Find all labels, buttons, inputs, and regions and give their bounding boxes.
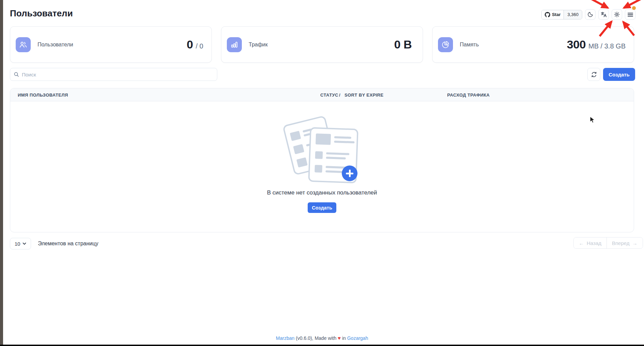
stat-suffix: / 0 xyxy=(196,42,203,50)
stat-suffix: MB / 3.8 GB xyxy=(588,42,626,50)
page-size-value: 10 xyxy=(15,241,20,247)
stat-card-traffic: Трафик 0 B xyxy=(221,26,423,63)
column-sort-by-expire[interactable]: SORT BY EXPIRE xyxy=(345,92,383,98)
left-arrow-icon: ← xyxy=(579,240,584,246)
right-arrow-icon: → xyxy=(632,240,638,246)
search-input[interactable] xyxy=(22,72,214,77)
prev-label: Назад xyxy=(587,240,601,246)
github-star-count[interactable]: 3,360 xyxy=(564,10,582,19)
page-size-label: Элементов на страницу xyxy=(38,241,98,247)
stat-value: 300 xyxy=(567,38,586,51)
pagination-controls: ← Назад Вперед → xyxy=(573,237,643,249)
empty-state-message: В системе нет созданных пользователей xyxy=(10,189,634,196)
column-separator: / xyxy=(339,92,340,98)
github-icon xyxy=(545,12,550,17)
empty-state-illustration xyxy=(288,119,360,185)
search-box xyxy=(10,68,217,81)
refresh-icon xyxy=(591,72,597,77)
cursor-icon xyxy=(589,116,596,124)
bottom-edge-bar xyxy=(0,345,644,346)
github-star-label: Star xyxy=(552,12,560,17)
stat-label: Пользователи xyxy=(38,42,73,48)
menu-button[interactable] xyxy=(625,9,635,20)
table-header-row: ИМЯ ПОЛЬЗОВАТЕЛЯ СТАТУС / SORT BY EXPIRE… xyxy=(10,88,634,101)
stat-value: 0 B xyxy=(394,38,412,51)
stat-cards: Пользователи 0/ 0 Трафик 0 B Память 300M… xyxy=(10,26,634,63)
menu-icon xyxy=(627,12,633,18)
prev-page-button[interactable]: ← Назад xyxy=(574,237,606,248)
marzban-users-page: Пользователи Star 3,360 Пользов xyxy=(0,0,644,346)
empty-state-create-button[interactable]: Создать xyxy=(308,202,336,213)
github-star-button[interactable]: Star xyxy=(542,10,564,19)
stat-value: 0 xyxy=(187,38,193,51)
chevron-down-icon xyxy=(23,242,26,245)
column-status[interactable]: СТАТУС xyxy=(320,92,338,98)
plus-icon xyxy=(342,165,357,181)
stat-label: Трафик xyxy=(249,42,268,48)
footer-org-link[interactable]: Gozargah xyxy=(347,335,368,341)
window-edge-strip xyxy=(0,0,3,346)
column-username[interactable]: ИМЯ ПОЛЬЗОВАТЕЛЯ xyxy=(18,92,68,98)
search-icon xyxy=(14,72,19,77)
settings-button[interactable] xyxy=(612,9,622,20)
translate-icon xyxy=(600,11,607,18)
create-user-button[interactable]: Создать xyxy=(603,68,635,81)
heart-icon: ♥ xyxy=(338,335,341,341)
next-page-button[interactable]: Вперед → xyxy=(606,237,643,248)
page-title: Пользователи xyxy=(10,8,73,19)
memory-icon xyxy=(438,37,453,52)
page-size-select[interactable]: 10 xyxy=(10,238,31,249)
footer-in-text: in xyxy=(342,335,346,341)
notification-dot xyxy=(632,6,636,10)
language-button[interactable] xyxy=(598,9,609,20)
footer-version-text: (v0.6.0), Made with xyxy=(296,335,336,341)
github-star-widget[interactable]: Star 3,360 xyxy=(541,10,582,19)
stat-label: Память xyxy=(460,42,479,48)
users-icon xyxy=(16,37,31,52)
traffic-icon xyxy=(227,37,242,52)
footer: Marzban (v0.6.0), Made with ♥ in Gozarga… xyxy=(0,335,644,341)
moon-icon xyxy=(587,11,594,18)
header-actions: Star 3,360 xyxy=(541,9,635,20)
stat-card-memory: Память 300MB / 3.8 GB xyxy=(432,26,634,63)
users-table: ИМЯ ПОЛЬЗОВАТЕЛЯ СТАТУС / SORT BY EXPIRE… xyxy=(10,88,634,232)
stat-card-users: Пользователи 0/ 0 xyxy=(10,26,212,63)
column-traffic-usage[interactable]: РАСХОД ТРАФИКА xyxy=(447,92,490,98)
next-label: Вперед xyxy=(612,240,630,246)
gear-icon xyxy=(614,11,620,18)
refresh-button[interactable] xyxy=(587,68,600,81)
footer-brand-link[interactable]: Marzban xyxy=(276,335,294,341)
dark-mode-button[interactable] xyxy=(585,9,596,20)
